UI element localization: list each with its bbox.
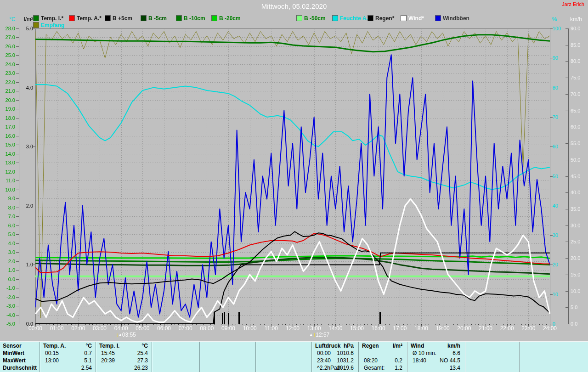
table-cell-value: 0.2 [360,357,402,364]
table-unit-luftdruck: hPa [313,343,354,349]
y-tick-humidity: 100 [553,26,565,31]
legend-item-b-5cm: B +5cm [105,14,132,20]
legend-label: B -50cm [304,15,326,22]
table-column-separator [96,342,96,372]
y-tick-humidity: 40 [553,203,565,209]
table-cell-value: 1031.2 [313,357,354,364]
table-column-separator [255,342,256,372]
legend-swatch-icon [435,15,441,21]
legend-swatch-icon [296,15,302,21]
y-tick-wind: 80.0 [571,59,586,64]
x-tick-label: 06:00 [154,325,174,332]
x-tick-label: 22:00 [497,325,517,332]
y-tick-humidity: 90 [553,56,565,61]
legend-item-feuchte-a-: Feuchte A.* [332,14,370,20]
y-tick-wind: 60.0 [571,124,586,130]
y-tick-humidity: 80 [553,85,565,90]
legend-swatch-icon [332,15,338,21]
weather-station-window: Mittwoch, 05.02.2020 Jarz Erich °C l/m² … [0,0,588,372]
legend-swatch-icon [211,15,217,21]
x-tick-label: 05:00 [132,325,153,332]
table-cell-value: NO 44.5 [409,357,460,364]
x-tick-label: 00:00 [25,325,45,332]
legend-label: Temp. A.* [77,15,102,22]
y-tick-temp: -3.0 [1,304,15,309]
y-tick-temp: 18.0 [1,116,15,121]
x-tick-label: 04:00 [111,325,131,332]
legend-item-b-10cm: B -10cm [176,14,205,20]
x-tick-label: 17:00 [390,325,410,332]
legend-label: B +5cm [113,15,132,22]
y-tick-temp: 19.0 [1,107,15,112]
x-tick-label: 13:00 [304,325,324,332]
table-column-separator [519,342,520,372]
x-tick-label: 16:00 [368,325,389,332]
y-tick-temp: -5.0 [1,321,15,327]
y-tick-temp: 28.0 [1,26,15,31]
x-tick-label: 10:00 [240,325,260,332]
x-tick-label: 01:00 [47,325,67,332]
x-tick-label: 24:00 [540,325,560,332]
watermark-author: Jarz Erich [562,2,584,7]
y-tick-temp: 12.0 [1,169,15,175]
y-tick-temp: 15.0 [1,142,15,147]
x-tick-label: 19:00 [433,325,453,332]
sun-symbol-icon: ▲ [119,333,122,337]
y-tick-temp: 14.0 [1,152,15,157]
y-tick-rain: 4.0 [20,85,33,90]
legend-swatch-icon [105,15,111,21]
summary-table: SensorMinWertMaxWertDurchschnittTemp. A.… [0,341,588,372]
legend-label: Windböen [443,15,469,22]
y-tick-wind: 25.0 [571,239,586,244]
legend-item-windb-en: Windböen [435,14,469,20]
table-cell-value: 25.4 [97,350,148,356]
y-tick-temp: 17.0 [1,124,15,130]
y-tick-humidity: 50 [553,174,565,179]
y-tick-temp: 16.0 [1,134,15,139]
y-tick-temp: 11.0 [1,178,15,183]
y-tick-temp: 10.0 [1,187,15,192]
sun-marker: ↓▲03:55 [116,332,136,338]
legend-label: Wind* [408,15,424,22]
table-cell-value: 27.3 [97,357,148,364]
y-tick-temp: -2.0 [1,295,15,300]
legend-label: Regen* [375,15,394,22]
table-cell-value: 2.54 [41,365,92,371]
table-column-separator [407,342,408,372]
y-tick-temp: -4.0 [1,313,15,318]
axis-header-wind: km/h [570,17,582,22]
table-cell-value: 1019.6 [313,365,354,371]
x-tick-label: 15:00 [347,325,367,332]
y-tick-wind: 65.0 [571,108,586,113]
page-title: Mittwoch, 05.02.2020 [0,3,588,10]
table-cell-value: 13.4 [409,365,460,371]
legend-item-b-50cm: B -50cm [296,14,326,20]
y-tick-wind: 85.0 [571,43,586,48]
legend-label: Feuchte A.* [340,15,370,22]
y-tick-wind: 55.0 [571,141,586,146]
table-cell-value: 26.23 [97,365,148,371]
y-tick-temp: 2.0 [1,259,15,264]
x-tick-label: 14:00 [325,325,345,332]
legend-item-empfang: Empfang [33,21,64,27]
legend-item-b-20cm: B -20cm [211,14,241,20]
legend-label: B -10cm [184,15,205,22]
y-tick-humidity: 20 [553,262,565,267]
y-tick-temp: 4.0 [1,241,15,246]
axis-header-rain: l/m² [19,17,33,22]
y-tick-rain: 3.0 [20,144,33,149]
y-tick-humidity: 10 [553,292,565,297]
y-tick-temp: 20.0 [1,98,15,103]
y-tick-rain: 2.0 [20,203,33,209]
y-tick-temp: 6.0 [1,223,15,228]
y-tick-wind: 0.0 [571,321,586,327]
y-tick-wind: 20.0 [571,256,586,261]
y-tick-wind: 70.0 [571,92,586,97]
y-tick-temp: 22.0 [1,80,15,85]
y-tick-temp: 26.0 [1,44,15,49]
legend-label: Empfang [41,22,64,28]
y-tick-temp: 0.0 [1,277,15,282]
y-tick-wind: 45.0 [571,174,586,179]
legend-label: B -20cm [219,15,241,22]
y-tick-wind: 35.0 [571,207,586,212]
